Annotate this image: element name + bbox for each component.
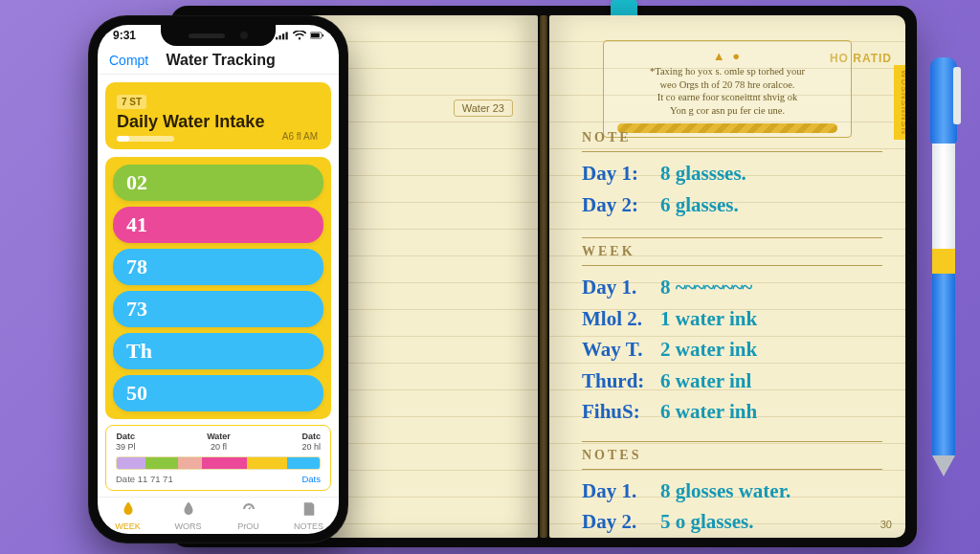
- intake-bar[interactable]: 41: [113, 207, 323, 243]
- quote-callout: ▲ ● *Taxing ho yox s. omle sp torhed you…: [603, 40, 852, 138]
- droplet-icon: [120, 500, 137, 520]
- tab-notes[interactable]: NOTES: [278, 498, 339, 534]
- callout-line: It co earne foor sconeittnt shvig ok: [617, 91, 837, 104]
- tab-bar: WEEKWORSPrOUNOTES: [98, 497, 339, 534]
- callout-line: *Taxing ho yox s. omle sp torhed your: [617, 65, 837, 78]
- notebook-page-right: HO RATID WUSNSNNSN ▲ ● *Taxing ho yox s.…: [549, 15, 905, 538]
- droplet-icon: ▲ ●: [617, 49, 837, 63]
- tab-wors[interactable]: WORS: [158, 498, 218, 534]
- date-line-left: Date 11 71 71: [116, 474, 173, 484]
- notebook-spine: [540, 15, 547, 538]
- section-notes-label: NOTES: [582, 448, 882, 463]
- droplet-icon: [180, 500, 197, 520]
- hero-timestamp: A6 fl AM: [282, 131, 318, 142]
- section-week-label: WEEK: [582, 244, 882, 259]
- wifi-icon: [293, 31, 306, 40]
- svg-rect-0: [276, 37, 278, 40]
- intake-bar[interactable]: 50: [113, 375, 323, 411]
- summary-col: Water20 fl: [207, 432, 231, 452]
- intake-bar[interactable]: 73: [113, 291, 323, 327]
- nav-bar: Compt Water Tracking: [98, 46, 339, 75]
- journal-row: Mlol 2.1 water ink: [582, 303, 882, 335]
- journal-row: Day 2:6 glasses.: [582, 189, 882, 221]
- callout-line: Yon g cor asn pu fer cie une.: [617, 104, 837, 118]
- summary-strip: Datc39 PlWater20 flDatc20 hl Date 11 71 …: [105, 425, 331, 491]
- intake-bar[interactable]: Th: [113, 333, 323, 369]
- section-note-label: NOTE: [582, 130, 882, 145]
- hero-chip: 7 ST: [117, 95, 146, 109]
- hero-card: 7 ST Daily Water Intake A6 fl AM: [105, 82, 331, 149]
- svg-rect-3: [286, 33, 288, 40]
- intake-bars: 02417873Th50: [105, 157, 331, 419]
- hero-title: Daily Water Intake: [117, 112, 320, 132]
- page-number-right: 30: [880, 519, 892, 530]
- svg-rect-1: [279, 35, 281, 39]
- intake-bar[interactable]: 78: [113, 249, 323, 285]
- journal-row: Day 1:8 glassses.: [582, 158, 882, 189]
- battery-icon: [310, 31, 323, 40]
- journal-row: Day 2.5 o glasses.: [582, 506, 882, 538]
- signal-icon: [276, 31, 289, 40]
- note-icon: [301, 500, 318, 520]
- screen-title: Water Tracking: [131, 52, 310, 69]
- yellow-side-tab[interactable]: WUSNSNNSN: [894, 65, 905, 140]
- journal-row: Day 1.8 glosses water.: [582, 476, 882, 507]
- phone-notch: [161, 25, 276, 46]
- callout-line: weo Orgs th of 20 78 hre oralcoe.: [617, 78, 837, 92]
- hero-progress: [117, 136, 174, 142]
- left-page-header: Water 23: [454, 100, 513, 117]
- svg-rect-2: [282, 33, 284, 39]
- phone-screen: 9:31 Compt Water Tracking 7 ST Daily Wat…: [98, 25, 339, 534]
- gauge-icon: [240, 500, 257, 520]
- svg-rect-6: [323, 34, 323, 37]
- summary-gauge: [116, 456, 321, 470]
- tab-prou[interactable]: PrOU: [218, 498, 278, 534]
- pen: [928, 57, 959, 536]
- right-page-body: NOTE Day 1:8 glassses.Day 2:6 glasses. W…: [582, 130, 882, 538]
- status-time: 9:31: [113, 29, 136, 42]
- journal-row: Thurd:6 water inl: [582, 366, 882, 397]
- summary-col: Datc39 Pl: [116, 432, 136, 452]
- intake-bar[interactable]: 02: [113, 165, 323, 201]
- journal-row: FihuS:6 water inh: [582, 396, 882, 428]
- date-line-right[interactable]: Dats: [301, 474, 321, 484]
- phone-device: 9:31 Compt Water Tracking 7 ST Daily Wat…: [88, 15, 348, 543]
- svg-rect-5: [311, 33, 320, 37]
- tab-week[interactable]: WEEK: [98, 498, 158, 534]
- journal-row: Way T.2 water ink: [582, 334, 882, 366]
- summary-col: Datc20 hl: [301, 432, 321, 452]
- journal-row: Day 1.8 ~~~~~~~~: [582, 272, 882, 303]
